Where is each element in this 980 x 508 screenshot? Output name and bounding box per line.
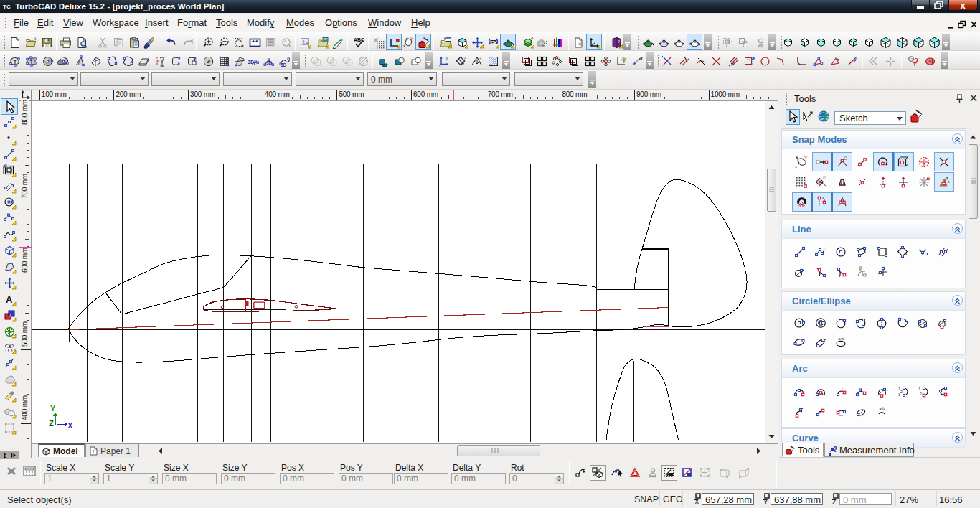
svg-text:Y: Y bbox=[50, 404, 56, 413]
svg-text:Y: Y bbox=[763, 498, 768, 505]
svg-text:?: ? bbox=[618, 39, 621, 44]
svg-text:a:b: a:b bbox=[880, 406, 885, 410]
svg-text:?: ? bbox=[463, 56, 466, 60]
svg-text:Y: Y bbox=[804, 156, 807, 160]
svg-text:3: 3 bbox=[898, 392, 900, 397]
svg-text:?: ? bbox=[833, 446, 837, 453]
svg-text:?: ? bbox=[479, 56, 482, 60]
svg-text:1: 1 bbox=[92, 449, 95, 454]
svg-text:3D: 3D bbox=[281, 62, 287, 67]
svg-text:2: 2 bbox=[920, 392, 922, 396]
svg-text:+: + bbox=[745, 39, 748, 43]
svg-text:x: x bbox=[795, 164, 797, 169]
svg-text:2: 2 bbox=[900, 390, 903, 394]
svg-text:x: x bbox=[68, 421, 72, 429]
svg-text:a:b: a:b bbox=[839, 337, 844, 341]
svg-text:x: x bbox=[960, 0, 966, 10]
svg-text:3D: 3D bbox=[266, 60, 273, 65]
svg-text:Z: Z bbox=[49, 419, 54, 428]
svg-text:ABC: ABC bbox=[354, 37, 364, 42]
svg-text:1: 1 bbox=[918, 387, 920, 391]
svg-text:?: ? bbox=[445, 57, 448, 62]
svg-text:Z: Z bbox=[832, 498, 837, 505]
svg-text:A: A bbox=[6, 294, 13, 305]
svg-text:X: X bbox=[694, 498, 699, 505]
svg-text:Y: Y bbox=[410, 37, 413, 41]
